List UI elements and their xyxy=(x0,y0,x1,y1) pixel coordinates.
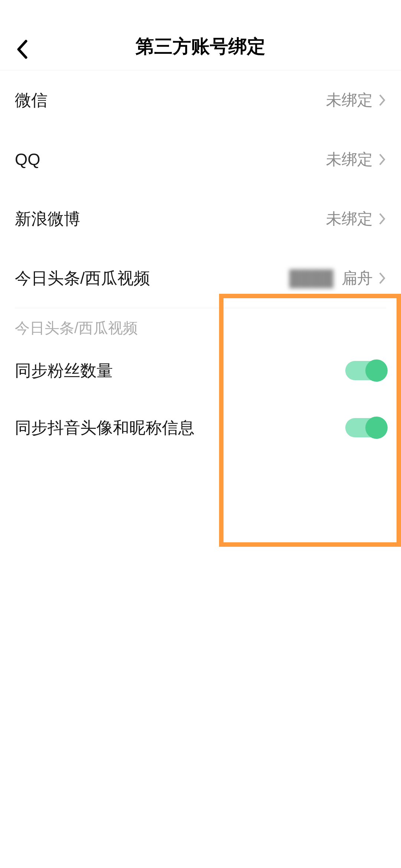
binding-status: 未绑定 xyxy=(326,208,373,229)
toggle-sync-profile[interactable] xyxy=(345,418,386,437)
binding-status: 未绑定 xyxy=(326,149,373,170)
toggle-label: 同步抖音头像和昵称信息 xyxy=(15,417,195,439)
binding-row-wechat[interactable]: 微信 未绑定 xyxy=(15,70,386,130)
section-title: 今日头条/西瓜视频 xyxy=(15,308,386,342)
binding-status: 未绑定 xyxy=(326,90,373,111)
binding-status-blurred-prefix: ████ xyxy=(289,269,336,287)
binding-row-weibo[interactable]: 新浪微博 未绑定 xyxy=(15,189,386,249)
binding-right: 未绑定 xyxy=(326,149,386,170)
header: 第三方账号绑定 xyxy=(0,0,401,70)
binding-status: 扁舟 xyxy=(342,268,373,289)
binding-right: ████ 扁舟 xyxy=(289,268,386,289)
binding-label: QQ xyxy=(15,150,40,169)
binding-label: 今日头条/西瓜视频 xyxy=(15,267,150,289)
page-title: 第三方账号绑定 xyxy=(136,34,265,59)
chevron-right-icon xyxy=(379,94,386,106)
binding-label: 微信 xyxy=(15,89,48,111)
toggle-knob xyxy=(365,417,388,439)
binding-row-toutiao[interactable]: 今日头条/西瓜视频 ████ 扁舟 xyxy=(15,249,386,308)
toggle-row-sync-profile: 同步抖音头像和昵称信息 xyxy=(15,399,386,456)
back-button[interactable] xyxy=(11,38,33,60)
chevron-left-icon xyxy=(16,40,28,59)
content: 微信 未绑定 QQ 未绑定 新浪微博 未绑定 今日头条/西瓜视频 ████ xyxy=(0,70,401,456)
chevron-right-icon xyxy=(379,153,386,166)
toggle-row-sync-followers: 同步粉丝数量 xyxy=(15,342,386,399)
binding-row-qq[interactable]: QQ 未绑定 xyxy=(15,130,386,189)
binding-right: 未绑定 xyxy=(326,90,386,111)
binding-label: 新浪微博 xyxy=(15,208,80,230)
chevron-right-icon xyxy=(379,213,386,225)
toggle-sync-followers[interactable] xyxy=(345,361,386,380)
toggle-label: 同步粉丝数量 xyxy=(15,360,113,382)
binding-right: 未绑定 xyxy=(326,208,386,229)
chevron-right-icon xyxy=(379,272,386,285)
toggle-knob xyxy=(365,359,388,382)
